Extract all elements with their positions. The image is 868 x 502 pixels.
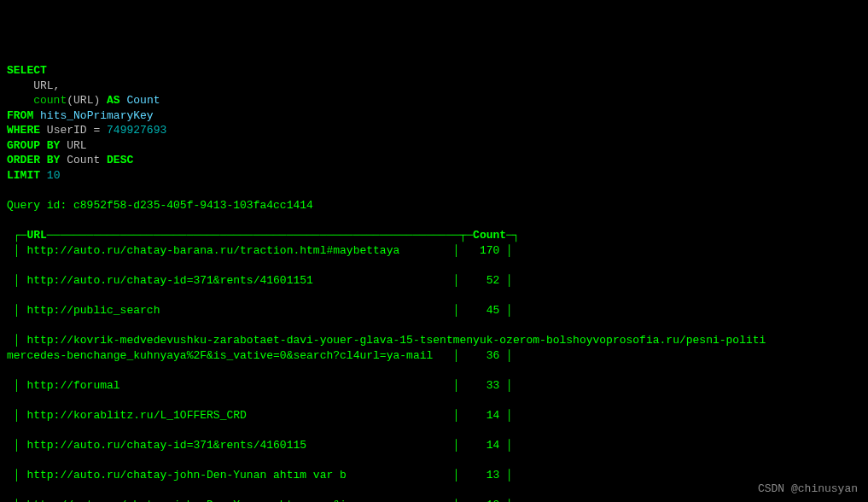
watermark: CSDN @chinusyan — [758, 482, 858, 497]
terminal-output: SELECT URL, count(URL) AS Count FROM hit… — [7, 63, 861, 502]
